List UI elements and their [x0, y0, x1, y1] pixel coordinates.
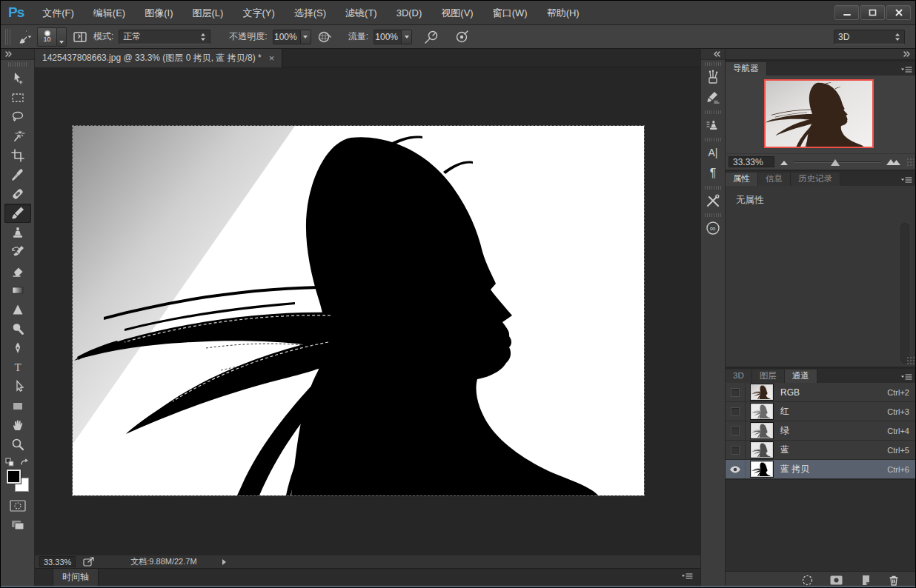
navigator-resize-grip[interactable]: [906, 158, 914, 167]
opacity-combo[interactable]: 100%: [273, 30, 311, 44]
menu-select[interactable]: 选择(S): [285, 1, 336, 25]
pressure-opacity-button[interactable]: [316, 29, 333, 45]
swap-colors-icon[interactable]: [19, 458, 30, 467]
dock-grip-4[interactable]: [705, 186, 721, 190]
tool-presets-panel-button[interactable]: [703, 190, 723, 211]
crop-tool[interactable]: [4, 146, 31, 165]
tab-channels[interactable]: 通道: [785, 370, 817, 383]
menu-view[interactable]: 视图(V): [431, 1, 482, 25]
tab-info[interactable]: 信息: [758, 173, 791, 186]
brush-presets-panel-button[interactable]: [703, 67, 723, 87]
visibility-toggle[interactable]: [726, 441, 746, 459]
toolbar-header[interactable]: [1, 49, 34, 60]
opacity-dropdown[interactable]: [301, 30, 311, 44]
mode-select[interactable]: 正常: [119, 30, 210, 44]
paragraph-panel-button[interactable]: ¶: [703, 163, 723, 184]
slider-thumb[interactable]: [831, 159, 840, 166]
creative-cloud-panel-button[interactable]: ∞: [703, 218, 723, 238]
properties-scrollbar[interactable]: [900, 223, 909, 364]
close-button[interactable]: [886, 5, 911, 20]
clone-source-panel-button[interactable]: [703, 115, 723, 136]
dock-grip[interactable]: [705, 62, 721, 66]
gradient-tool[interactable]: [4, 281, 31, 300]
toolbar-grip[interactable]: [8, 62, 27, 67]
healing-brush-tool[interactable]: [4, 184, 31, 204]
menu-layer[interactable]: 图层(L): [182, 1, 233, 25]
brush-tool[interactable]: [4, 204, 31, 223]
menu-image[interactable]: 图像(I): [135, 1, 182, 25]
menu-3d[interactable]: 3D(D): [387, 1, 432, 25]
clone-stamp-tool[interactable]: [4, 223, 31, 242]
document-image[interactable]: [73, 126, 644, 495]
document-tab-close[interactable]: ×: [269, 53, 275, 64]
panel-column-header[interactable]: [726, 49, 916, 60]
visibility-toggle[interactable]: [726, 460, 746, 478]
history-brush-tool[interactable]: [4, 242, 31, 261]
brush-settings-panel-button[interactable]: [703, 87, 723, 108]
channel-row-blue[interactable]: 蓝 Ctrl+5: [726, 441, 916, 460]
canvas-pasteboard[interactable]: [35, 67, 700, 555]
visibility-toggle[interactable]: [726, 402, 746, 421]
default-colors-icon[interactable]: [5, 458, 15, 467]
hand-tool[interactable]: [4, 415, 31, 435]
status-zoom-field[interactable]: 33.33%: [39, 556, 76, 567]
properties-resize-grip[interactable]: [906, 356, 915, 365]
path-selection-tool[interactable]: [4, 377, 31, 396]
dock-grip-3[interactable]: [705, 138, 721, 141]
dodge-tool[interactable]: [4, 319, 31, 338]
tab-navigator[interactable]: 导航器: [726, 62, 767, 76]
flow-combo[interactable]: 100%: [374, 30, 412, 44]
eyedropper-tool[interactable]: [4, 165, 31, 184]
channel-row-rgb[interactable]: RGB Ctrl+2: [726, 383, 916, 402]
toggle-brush-panel-button[interactable]: [72, 29, 88, 45]
navigator-zoom-field[interactable]: 33.33%: [729, 156, 774, 167]
eraser-tool[interactable]: [4, 261, 31, 281]
dock-header[interactable]: [701, 49, 725, 60]
pen-tool[interactable]: [4, 338, 31, 358]
visibility-toggle[interactable]: [726, 421, 746, 440]
new-channel-button[interactable]: [858, 575, 872, 587]
zoom-out-icon[interactable]: [779, 158, 789, 167]
character-panel-button[interactable]: A|: [703, 142, 723, 163]
channel-row-green[interactable]: 绿 Ctrl+4: [726, 421, 916, 441]
lasso-tool[interactable]: [4, 107, 31, 127]
document-tab[interactable]: 1425437808663.jpg @ 33.3% (图层 0 拷贝, 蓝 拷贝…: [35, 49, 282, 67]
timeline-panel-menu[interactable]: [681, 572, 700, 582]
delete-channel-button[interactable]: [887, 575, 900, 587]
options-grip[interactable]: [5, 29, 10, 45]
channel-row-red[interactable]: 红 Ctrl+3: [726, 402, 916, 421]
load-selection-button[interactable]: [800, 575, 814, 587]
type-tool[interactable]: T: [4, 358, 31, 377]
flow-dropdown[interactable]: [402, 30, 412, 44]
maximize-button[interactable]: [860, 5, 885, 20]
menu-help[interactable]: 帮助(H): [537, 1, 589, 25]
save-selection-as-channel-button[interactable]: [829, 575, 843, 587]
brush-size-dropdown[interactable]: [57, 27, 67, 47]
tab-layers[interactable]: 图层: [752, 370, 785, 383]
zoom-tool[interactable]: [4, 435, 31, 454]
menu-window[interactable]: 窗口(W): [483, 1, 537, 25]
tab-history[interactable]: 历史记录: [791, 173, 840, 186]
minimize-button[interactable]: [834, 5, 859, 20]
tab-properties[interactable]: 属性: [726, 173, 758, 186]
dock-grip-5[interactable]: [705, 213, 721, 217]
menu-file[interactable]: 文件(F): [33, 1, 84, 25]
timeline-tab[interactable]: 时间轴: [53, 569, 99, 586]
menu-filter[interactable]: 滤镜(T): [336, 1, 387, 25]
navigator-zoom-slider[interactable]: [794, 157, 881, 167]
screen-mode-button[interactable]: [4, 515, 31, 535]
move-tool[interactable]: [4, 69, 31, 88]
pressure-size-button[interactable]: [454, 29, 470, 45]
dock-grip-2[interactable]: [705, 110, 721, 114]
airbrush-button[interactable]: [423, 29, 439, 45]
foreground-color-swatch[interactable]: [7, 470, 21, 484]
brush-tool-preset-button[interactable]: [16, 29, 32, 45]
navigator-panel-menu[interactable]: [900, 66, 916, 76]
shape-tool[interactable]: [4, 396, 31, 415]
doc-size-info[interactable]: 文档:9.88M/22.7M: [130, 556, 196, 567]
status-flyout-arrow[interactable]: [222, 559, 226, 565]
properties-panel-menu[interactable]: [900, 176, 916, 186]
brush-size-picker[interactable]: 10: [37, 27, 67, 47]
quick-mask-button[interactable]: [4, 496, 31, 515]
zoom-in-icon[interactable]: [886, 157, 902, 167]
